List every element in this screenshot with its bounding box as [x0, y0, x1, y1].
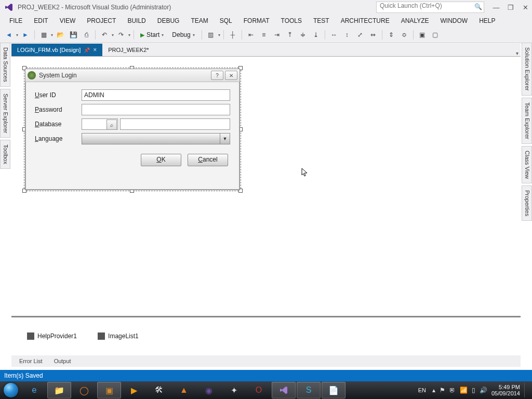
taskbar-vmware[interactable]: ▣ — [97, 382, 121, 398]
pin-icon[interactable]: 📌 — [84, 47, 90, 53]
tab-overflow-icon[interactable]: ▾ — [516, 50, 518, 56]
start-button-win[interactable] — [0, 381, 22, 399]
menu-architecture[interactable]: ARCHITECTURE — [336, 16, 395, 25]
menu-test[interactable]: TEST — [308, 16, 335, 25]
menu-team[interactable]: TEAM — [185, 16, 213, 25]
login-form-window[interactable]: System Login ? ✕ User ID ADMIN Password — [25, 69, 240, 190]
nav-forward-button[interactable]: ► — [20, 29, 31, 41]
server-explorer-tab[interactable]: Server Explorer — [0, 89, 10, 138]
hspace-icon[interactable]: ⇔ — [367, 29, 379, 41]
taskbar-ie[interactable]: e — [22, 382, 46, 398]
taskbar-visualstudio[interactable] — [272, 382, 296, 398]
align-bottom-icon[interactable]: ⤓ — [310, 29, 322, 41]
tab-close-icon[interactable]: × — [93, 46, 97, 54]
menu-tools[interactable]: TOOLS — [276, 16, 307, 25]
database-name-input[interactable] — [120, 118, 230, 130]
data-sources-tab[interactable]: Data Sources — [0, 43, 10, 87]
taskbar-skype[interactable]: S — [297, 382, 321, 398]
taskbar-explorer[interactable]: 📁 — [47, 382, 71, 398]
layout-tool-icon[interactable]: ▥ — [205, 29, 217, 41]
helpprovider-component[interactable]: HelpProvider1 — [27, 328, 77, 344]
show-desktop-button[interactable] — [524, 383, 529, 397]
form-close-button[interactable]: ✕ — [225, 71, 237, 80]
menu-help[interactable]: HELP — [474, 16, 500, 25]
database-browse-button[interactable]: ⌕ — [107, 119, 117, 130]
menu-view[interactable]: VIEW — [55, 16, 81, 25]
taskbar-tool1[interactable]: 🛠 — [147, 382, 171, 398]
nav-back-dd[interactable]: ▾ — [16, 33, 18, 37]
open-file-button[interactable]: 📂 — [55, 29, 66, 41]
form-designer-surface[interactable]: System Login ? ✕ User ID ADMIN Password — [11, 56, 521, 367]
menu-sql[interactable]: SQL — [215, 16, 237, 25]
tray-up-icon[interactable]: ▴ — [432, 387, 435, 394]
menu-build[interactable]: BUILD — [122, 16, 151, 25]
ok-button[interactable]: OK — [141, 154, 181, 166]
menu-debug[interactable]: DEBUG — [152, 16, 185, 25]
tab-proj-week2[interactable]: PROJ_WEEK2* — [102, 44, 154, 56]
size-both-icon[interactable]: ⤢ — [354, 29, 366, 41]
language-combobox[interactable]: ▼ — [82, 133, 230, 144]
toolbox-tab[interactable]: Toolbox — [0, 140, 10, 169]
align-grid-icon[interactable]: ┼ — [227, 29, 238, 41]
restore-button[interactable]: ❐ — [504, 2, 517, 12]
align-middle-icon[interactable]: ≑ — [297, 29, 309, 41]
team-explorer-tab[interactable]: Team Explorer — [522, 98, 532, 144]
tab-login-frm-design[interactable]: LOGIN_FRM.vb [Design] 📌 × — [11, 44, 102, 56]
close-button[interactable]: ✕ — [518, 2, 532, 12]
taskbar-vlc[interactable]: ▲ — [172, 382, 196, 398]
minimize-button[interactable]: — — [489, 2, 503, 12]
redo-dd[interactable]: ▾ — [128, 33, 130, 37]
error-list-tab[interactable]: Error List — [15, 356, 47, 366]
undo-dd[interactable]: ▾ — [112, 33, 114, 37]
form-help-button[interactable]: ? — [211, 71, 223, 80]
align-center-icon[interactable]: ≡ — [258, 29, 270, 41]
output-tab[interactable]: Output — [49, 356, 76, 366]
taskbar-eclipse[interactable]: ◉ — [197, 382, 221, 398]
properties-tab[interactable]: Properties — [522, 185, 532, 221]
quick-launch-input[interactable]: Quick Launch (Ctrl+Q) 🔍 — [376, 2, 484, 13]
send-back-icon[interactable]: ▢ — [430, 29, 441, 41]
new-project-button[interactable]: ▦ — [38, 29, 49, 41]
vspace-icon[interactable]: ⇕ — [385, 29, 397, 41]
chevron-down-icon[interactable]: ▼ — [220, 134, 230, 144]
menu-format[interactable]: FORMAT — [238, 16, 275, 25]
component-tray[interactable]: HelpProvider1 ImageList1 — [11, 317, 521, 354]
save-all-button[interactable]: ⎙ — [81, 29, 92, 41]
menu-window[interactable]: WINDOW — [435, 16, 473, 25]
taskbar-opera[interactable]: O — [247, 382, 271, 398]
layout-dd[interactable]: ▾ — [218, 33, 220, 37]
solution-explorer-tab[interactable]: Solution Explorer — [522, 43, 532, 96]
taskbar-clock[interactable]: 5:49 PM 05/09/2014 — [491, 384, 520, 396]
redo-button[interactable]: ↷ — [115, 29, 127, 41]
tray-network-icon[interactable]: 📶 — [460, 387, 468, 394]
class-view-tab[interactable]: Class View — [522, 146, 532, 183]
bring-front-icon[interactable]: ▣ — [417, 29, 428, 41]
start-button[interactable]: ▶Start▾ — [137, 29, 167, 41]
password-input[interactable] — [82, 104, 230, 115]
nav-back-button[interactable]: ◄ — [3, 29, 15, 41]
tray-flag-icon[interactable]: ⚑ — [440, 387, 445, 394]
menu-edit[interactable]: EDIT — [29, 16, 53, 25]
save-button[interactable]: 💾 — [68, 29, 79, 41]
align-right-icon[interactable]: ⇥ — [271, 29, 283, 41]
tray-shield-icon[interactable]: ⛨ — [449, 387, 456, 394]
language-indicator[interactable]: EN — [416, 386, 428, 394]
taskbar-notepad[interactable]: 📄 — [322, 382, 345, 398]
size-width-icon[interactable]: ↔ — [328, 29, 340, 41]
solution-config-dropdown[interactable]: Debug▾ — [168, 29, 198, 41]
menu-analyze[interactable]: ANALYZE — [396, 16, 434, 25]
center-h-icon[interactable]: ≎ — [398, 29, 410, 41]
taskbar-app1[interactable]: ✦ — [222, 382, 246, 398]
imagelist-component[interactable]: ImageList1 — [98, 328, 139, 344]
taskbar-mediaplayer[interactable]: ▶ — [122, 382, 146, 398]
cancel-button[interactable]: Cancel — [188, 154, 228, 166]
menu-project[interactable]: PROJECT — [82, 16, 121, 25]
database-code-input[interactable]: ⌕ — [82, 118, 118, 130]
tray-volume-icon[interactable]: 🔊 — [480, 387, 487, 394]
align-top-icon[interactable]: ⤒ — [284, 29, 296, 41]
menu-file[interactable]: FILE — [4, 16, 28, 25]
user-id-input[interactable]: ADMIN — [82, 89, 230, 101]
undo-button[interactable]: ↶ — [99, 29, 110, 41]
new-project-dd[interactable]: ▾ — [51, 33, 53, 37]
taskbar-firefox[interactable]: ◯ — [72, 382, 96, 398]
